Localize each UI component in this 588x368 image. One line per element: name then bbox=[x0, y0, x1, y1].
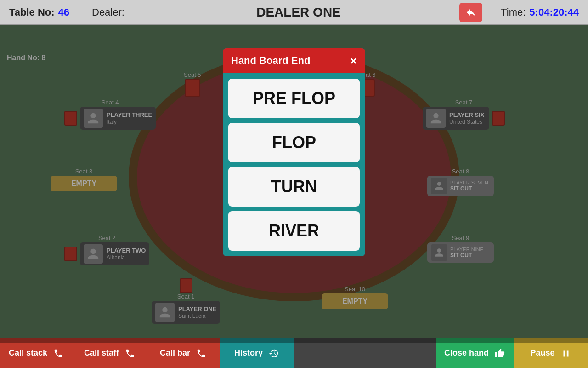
modal-title: Hand Board End bbox=[231, 55, 310, 67]
table-label: Table No: bbox=[9, 6, 55, 18]
modal-body: PRE FLOP FLOP TURN RIVER bbox=[223, 73, 365, 256]
dealer-info: Dealer: bbox=[83, 6, 138, 18]
exit-button[interactable] bbox=[459, 3, 482, 22]
time-info: Time: 5:04:20:44 bbox=[487, 6, 588, 18]
call-bar-label: Call bar bbox=[160, 348, 190, 358]
modal-close-button[interactable]: × bbox=[350, 55, 357, 67]
pause-icon bbox=[560, 347, 572, 360]
phone-icon bbox=[52, 347, 65, 360]
flop-button[interactable]: FLOP bbox=[228, 123, 360, 162]
table-area: Hand No: 8 Seat 5 Seat 6 Seat 4 PLAYER T… bbox=[0, 25, 588, 343]
call-stack-label: Call stack bbox=[9, 348, 47, 358]
table-number: 46 bbox=[58, 6, 69, 18]
thumbsup-icon bbox=[493, 347, 506, 360]
time-value: 5:04:20:44 bbox=[529, 6, 579, 18]
time-label: Time: bbox=[501, 6, 526, 18]
dealer-name: DEALER ONE bbox=[138, 5, 459, 20]
phone-icon-3 bbox=[195, 347, 208, 360]
pause-label: Pause bbox=[530, 348, 554, 358]
table-info: Table No: 46 bbox=[0, 6, 83, 18]
modal-header: Hand Board End × bbox=[223, 48, 365, 73]
close-hand-label: Close hand bbox=[444, 348, 489, 358]
pre-flop-button[interactable]: PRE FLOP bbox=[228, 79, 360, 118]
dealer-label: Dealer: bbox=[92, 6, 124, 18]
hand-board-modal: Hand Board End × PRE FLOP FLOP TURN RIVE… bbox=[223, 48, 365, 256]
call-staff-label: Call staff bbox=[84, 348, 119, 358]
turn-button[interactable]: TURN bbox=[228, 167, 360, 207]
phone-icon-2 bbox=[124, 347, 136, 360]
header: Table No: 46 Dealer: DEALER ONE Time: 5:… bbox=[0, 0, 588, 25]
river-button[interactable]: RIVER bbox=[228, 211, 360, 251]
history-icon bbox=[267, 347, 280, 360]
history-label: History bbox=[234, 348, 263, 358]
